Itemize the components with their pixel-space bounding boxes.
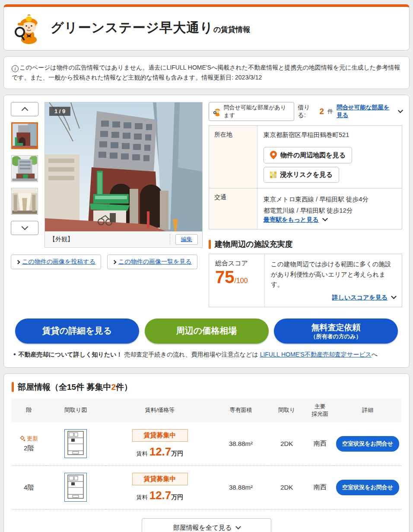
status-badge: 賃貸募集中 xyxy=(132,473,188,485)
caption-actions: 編集 xyxy=(170,234,198,245)
borrow-label: 借りる: xyxy=(298,104,316,119)
view-area-map-button[interactable]: 物件の周辺地図を見る xyxy=(264,147,352,163)
property-info-column: 問合せ可能な部屋があります 借りる:2件 問合せ可能な部屋を見る 所在地 東京都… xyxy=(209,102,402,307)
col-detail: 詳細 xyxy=(334,399,401,422)
chevron-down-icon xyxy=(398,108,403,113)
sparkle-icon xyxy=(19,436,26,442)
thumbnail-exterior-selected[interactable] xyxy=(11,122,38,149)
accent-bar xyxy=(209,240,211,249)
rental-detail-label: 賃貸の詳細を見る xyxy=(42,325,112,337)
edit-photo-button[interactable]: 編集 xyxy=(175,234,198,245)
post-image-label: この物件の画像を投稿する xyxy=(22,258,95,266)
rooms-title-count: 2 xyxy=(111,382,116,392)
score-description-panel: この建物周辺では歩ける範囲に多くの施設があり利便性が高いエリアと考えられます。 … xyxy=(264,254,402,307)
photo-caption-bar: 【外観】 編集 xyxy=(45,231,202,247)
col-layout: 間取り xyxy=(267,399,306,422)
thumbnail-building-view[interactable] xyxy=(11,155,38,182)
col-facing: 主要採光面 xyxy=(306,399,334,422)
room-facing: 南西 xyxy=(306,465,334,509)
view-area-map-label: 物件の周辺地図を見る xyxy=(280,151,346,159)
rent-label: 賃料 xyxy=(137,450,148,457)
status-badge: 賃貸募集中 xyxy=(132,429,188,442)
rental-detail-button[interactable]: 賃貸の詳細を見る xyxy=(15,319,139,344)
main-photo-frame: 1 / 9 【外観】 編集 xyxy=(44,102,203,248)
location-label: 所在地 xyxy=(209,126,257,188)
thumbnail-rail xyxy=(11,102,38,248)
thumbnails-scroll-down-button[interactable] xyxy=(11,221,38,235)
thumbnail-photo-1 xyxy=(13,124,37,148)
chevron-right-icon xyxy=(112,260,117,264)
room-facing: 南西 xyxy=(306,422,334,466)
page-title: グリーンステージ早大通り xyxy=(51,19,213,37)
homes-kun-mini-icon xyxy=(213,106,222,117)
floor-plan-thumbnail[interactable] xyxy=(64,473,87,502)
vacancy-inquiry-button[interactable]: 空室状況をお問合せ xyxy=(336,480,399,495)
location-row: 所在地 東京都新宿区早稲田鶴巻町521 物件の周辺地図を見る xyxy=(209,126,402,188)
sell-service-link[interactable]: LIFULL HOME'S不動産売却査定サービス xyxy=(260,351,372,358)
accent-bar xyxy=(12,382,14,392)
facility-section-title: 建物周辺の施設充実度 xyxy=(209,239,402,249)
rooms-title-prefix: 部屋情報（全15件 募集中 xyxy=(18,382,111,392)
page: グリーンステージ早大通り の賃貸情報 iこのページは物件の広告情報ではありません… xyxy=(0,0,413,532)
notice-panel: iこのページは物件の広告情報ではありません。過去にLIFULL HOME'Sへ掲… xyxy=(3,56,410,89)
price-market-button[interactable]: 周辺の価格相場 xyxy=(145,319,269,344)
rent-unit: 万円 xyxy=(171,450,183,457)
thumbnails-scroll-up-button[interactable] xyxy=(11,102,38,116)
col-area: 専有面積 xyxy=(214,399,268,422)
sell-note-bold: 不動産売却について詳しく知りたい！ xyxy=(19,351,123,358)
bullet-icon: • xyxy=(13,350,16,358)
photo-caption: 【外観】 xyxy=(49,236,73,243)
view-inquiry-rooms-link[interactable]: 問合せ可能な部屋を見る xyxy=(337,104,395,119)
notice-update-label: 情報更新日: xyxy=(201,74,233,81)
flood-risk-map-icon xyxy=(270,172,276,178)
free-appraisal-sub-label: （所有者の方のみ） xyxy=(311,333,362,340)
rent-unit: 万円 xyxy=(171,494,183,500)
room-floor: 4階 xyxy=(13,484,44,492)
page-header: グリーンステージ早大通り の賃貸情報 xyxy=(3,4,410,51)
notice-update-date: 2023/3/12 xyxy=(235,74,262,81)
updated-label: 更新 xyxy=(27,435,38,443)
score-value: 75 xyxy=(215,268,235,287)
more-stations-link[interactable]: 最寄駅をもっと見る xyxy=(264,216,319,223)
chevron-down-icon xyxy=(21,223,28,230)
free-appraisal-button[interactable]: 無料査定依頼 （所有者の方のみ） xyxy=(274,319,398,344)
rent-label: 賃料 xyxy=(137,494,148,500)
chevron-up-icon xyxy=(21,107,28,114)
thumbnail-entrance[interactable] xyxy=(11,188,38,215)
rooms-title-suffix: 件） xyxy=(116,382,132,392)
room-row-4f: 4階 xyxy=(12,465,401,509)
property-address: 東京都新宿区早稲田鶴巻町521 xyxy=(264,131,396,139)
col-price: 賃料/価格等 xyxy=(105,399,214,422)
map-pin-icon xyxy=(270,151,277,159)
image-list-button[interactable]: この物件の画像一覧を見る xyxy=(107,255,197,269)
free-appraisal-main-label: 無料査定依頼 xyxy=(311,322,361,333)
score-max: /100 xyxy=(235,277,248,284)
vacancy-inquiry-button[interactable]: 空室状況をお問合せ xyxy=(336,436,399,452)
post-image-button[interactable]: この物件の画像を投稿する xyxy=(11,255,101,269)
floor-plan-thumbnail[interactable] xyxy=(64,429,87,458)
photo-counter-badge: 1 / 9 xyxy=(49,107,70,116)
price-market-label: 周辺の価格相場 xyxy=(176,325,237,337)
photo-gallery: 1 / 9 【外観】 編集 この物件の画像を投稿する xyxy=(11,102,203,307)
updated-marker: 更新 xyxy=(19,435,38,443)
rooms-table-header: 階 間取り図 賃料/価格等 専有面積 間取り 主要採光面 詳細 xyxy=(12,399,401,422)
borrow-count: 2 xyxy=(319,107,324,116)
show-all-rooms-button[interactable]: 部屋情報を全て見る xyxy=(142,518,271,532)
view-flood-risk-label: 浸水リスクを見る xyxy=(280,171,333,179)
room-row-2f: 更新 2階 xyxy=(12,422,401,466)
main-photo[interactable]: 1 / 9 xyxy=(45,102,202,231)
detailed-score-link[interactable]: 詳しいスコアを見る xyxy=(332,294,388,301)
score-description: この建物周辺では歩ける範囲に多くの施設があり利便性が高いエリアと考えられます。 xyxy=(271,259,396,290)
facility-score-box: 総合スコア 75/100 この建物周辺では歩ける範囲に多くの施設があり利便性が高… xyxy=(209,254,402,307)
room-area: 38.88m² xyxy=(214,422,268,466)
chevron-down-icon xyxy=(391,293,397,299)
view-flood-risk-button[interactable]: 浸水リスクを見る xyxy=(264,167,339,183)
room-area: 38.88m² xyxy=(214,465,268,509)
info-icon: i xyxy=(12,65,19,72)
thumbnail-photo-2 xyxy=(12,156,37,181)
exterior-photo xyxy=(45,102,202,231)
property-summary-card: 1 / 9 【外観】 編集 この物件の画像を投稿する xyxy=(3,95,410,368)
sell-note-body: 売却査定手続きの流れ、費用相場や注意点などは xyxy=(124,351,258,358)
sell-info-note: • 不動産売却について詳しく知りたい！ 売却査定手続きの流れ、費用相場や注意点な… xyxy=(13,350,400,359)
room-layout: 2DK xyxy=(267,422,306,466)
